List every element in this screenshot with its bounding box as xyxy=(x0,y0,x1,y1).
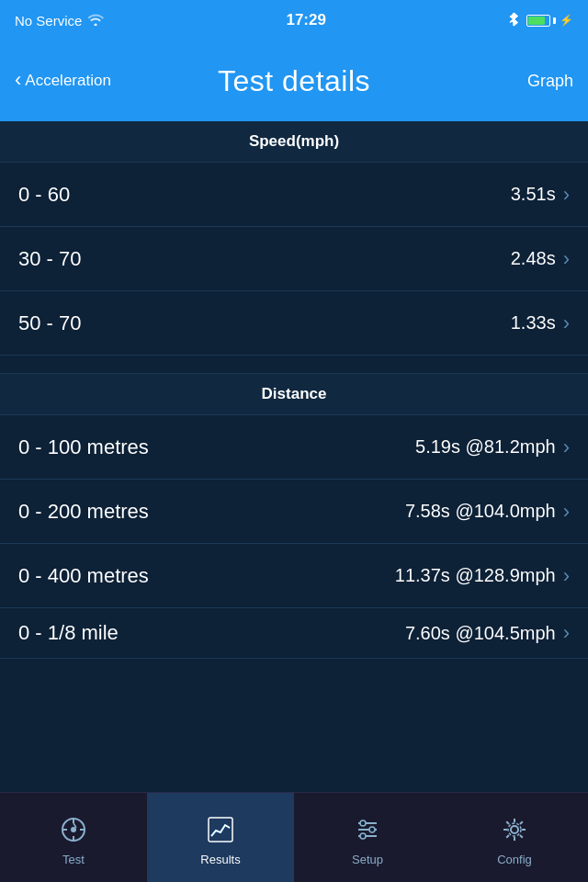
distance-label-200m: 0 - 200 metres xyxy=(18,500,149,524)
tab-config[interactable]: Config xyxy=(441,793,588,882)
speed-section-header: Speed(mph) xyxy=(0,121,588,163)
distance-right-400m: 11.37s @128.9mph › xyxy=(395,564,570,588)
tab-setup-label: Setup xyxy=(352,853,383,866)
distance-value-eighth-mile: 7.60s @104.5mph xyxy=(405,623,556,644)
speed-label-50-70: 50 - 70 xyxy=(18,311,82,335)
tab-results-label: Results xyxy=(200,853,240,866)
speed-row-50-70[interactable]: 50 - 70 1.33s › xyxy=(0,291,588,356)
config-icon xyxy=(501,816,528,847)
speed-right-30-70: 2.48s › xyxy=(511,247,570,271)
svg-point-12 xyxy=(369,827,375,832)
speed-value-0-60: 3.51s xyxy=(511,184,556,205)
test-icon xyxy=(60,816,87,847)
speed-right-50-70: 1.33s › xyxy=(511,311,570,335)
distance-row-eighth-mile[interactable]: 0 - 1/8 mile 7.60s @104.5mph › xyxy=(0,608,588,659)
distance-row-400m[interactable]: 0 - 400 metres 11.37s @128.9mph › xyxy=(0,544,588,608)
tab-test-label: Test xyxy=(62,853,85,866)
speed-value-30-70: 2.48s xyxy=(511,248,556,269)
svg-point-11 xyxy=(360,820,366,826)
distance-value-100m: 5.19s @81.2mph xyxy=(415,436,556,458)
results-icon xyxy=(207,816,234,847)
distance-row-100m[interactable]: 0 - 100 metres 5.19s @81.2mph › xyxy=(0,415,588,480)
section-spacer xyxy=(0,356,588,374)
carrier-text: No Service xyxy=(15,13,82,28)
distance-label-eighth-mile: 0 - 1/8 mile xyxy=(18,621,119,645)
tab-setup[interactable]: Setup xyxy=(294,793,441,882)
speed-value-50-70: 1.33s xyxy=(511,312,556,334)
svg-rect-7 xyxy=(209,818,232,842)
distance-right-200m: 7.58s @104.0mph › xyxy=(405,500,570,524)
distance-value-400m: 11.37s @128.9mph xyxy=(395,565,556,586)
battery-indicator: ⚡ xyxy=(526,14,573,27)
status-right: ⚡ xyxy=(508,12,573,29)
back-button[interactable]: ‹ Acceleration xyxy=(15,70,111,92)
graph-button[interactable]: Graph xyxy=(527,72,573,91)
chevron-icon-200m: › xyxy=(563,500,570,524)
speed-header-text: Speed(mph) xyxy=(249,132,339,150)
distance-value-200m: 7.58s @104.0mph xyxy=(405,501,556,522)
tab-bar: Test Results Setup xyxy=(0,792,588,882)
wifi-icon xyxy=(87,13,104,28)
content-scroll: Speed(mph) 0 - 60 3.51s › 30 - 70 2.48s … xyxy=(0,121,588,792)
page-title: Test details xyxy=(218,64,370,98)
chevron-icon-0-60: › xyxy=(563,183,570,207)
chevron-icon-eighth-mile: › xyxy=(563,621,570,645)
distance-section-header: Distance xyxy=(0,374,588,415)
tab-results[interactable]: Results xyxy=(147,793,294,882)
back-chevron-icon: ‹ xyxy=(15,68,21,92)
tab-config-label: Config xyxy=(497,853,532,866)
distance-label-400m: 0 - 400 metres xyxy=(18,564,149,588)
chevron-icon-100m: › xyxy=(563,435,570,459)
tab-test[interactable]: Test xyxy=(0,793,147,882)
svg-point-14 xyxy=(511,826,518,833)
distance-label-100m: 0 - 100 metres xyxy=(18,435,149,459)
chevron-icon-50-70: › xyxy=(563,311,570,335)
chevron-icon-30-70: › xyxy=(563,247,570,271)
speed-label-0-60: 0 - 60 xyxy=(18,183,70,207)
svg-point-13 xyxy=(360,833,366,839)
distance-right-100m: 5.19s @81.2mph › xyxy=(415,435,570,459)
speed-row-30-70[interactable]: 30 - 70 2.48s › xyxy=(0,227,588,291)
speed-right-0-60: 3.51s › xyxy=(511,183,570,207)
status-left: No Service xyxy=(15,13,104,28)
status-bar: No Service 17:29 ⚡ xyxy=(0,0,588,40)
distance-right-eighth-mile: 7.60s @104.5mph › xyxy=(405,621,570,645)
speed-label-30-70: 30 - 70 xyxy=(18,247,82,271)
back-label: Acceleration xyxy=(25,72,111,90)
distance-row-200m[interactable]: 0 - 200 metres 7.58s @104.0mph › xyxy=(0,480,588,544)
status-time: 17:29 xyxy=(286,11,325,29)
bluetooth-icon xyxy=(508,12,519,29)
chevron-icon-400m: › xyxy=(563,564,570,588)
speed-row-0-60[interactable]: 0 - 60 3.51s › xyxy=(0,163,588,227)
distance-header-text: Distance xyxy=(262,385,327,402)
setup-icon xyxy=(354,816,381,847)
nav-bar: ‹ Acceleration Test details Graph xyxy=(0,40,588,121)
